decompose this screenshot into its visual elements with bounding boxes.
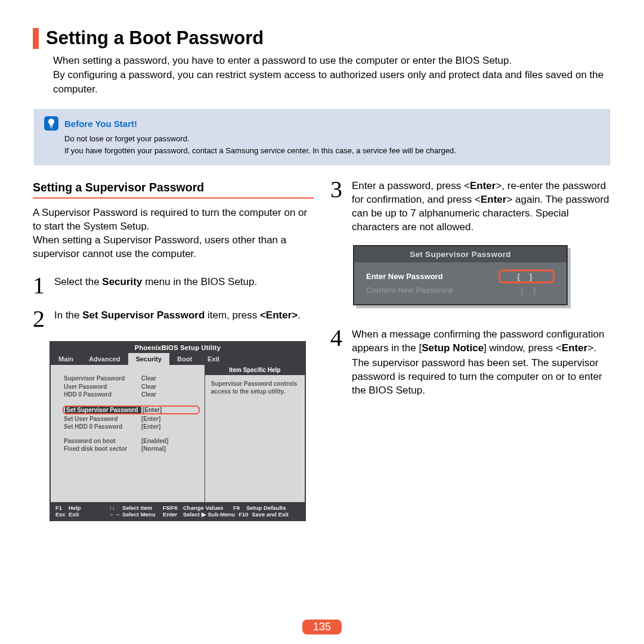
callout-title: Before You Start! [64, 119, 137, 129]
bios-row: Fixed disk boot sector[Normal] [64, 445, 199, 453]
bios-screenshot: PhoenixBIOS Setup Utility Main Advanced … [49, 341, 306, 521]
bios-tab-exit: Exit [200, 353, 227, 365]
bios-tab-advanced: Advanced [81, 353, 128, 365]
password-dialog-title: Set Supervisor Password [354, 246, 566, 262]
step-number: 2 [33, 308, 48, 330]
section-heading: Setting a Supervisor Password [33, 181, 314, 199]
bios-tab-main: Main [51, 353, 81, 365]
step-1: 1 Select the Security menu in the BIOS S… [33, 274, 314, 297]
bios-row: Set User Password[Enter] [64, 415, 199, 423]
lightbulb-icon [44, 116, 58, 131]
step-number: 1 [33, 274, 48, 297]
bios-row: Supervisor PasswordClear [64, 374, 199, 383]
bios-row: Password on boot[Enabled] [64, 437, 199, 445]
callout-line: Do not lose or forget your password. [64, 133, 600, 145]
callout-line: If you have forgotten your password, con… [64, 145, 600, 157]
bios-help-body: Supervisor Password controls access to t… [205, 375, 305, 400]
bios-title: PhoenixBIOS Setup Utility [51, 342, 305, 353]
password-row-confirm: Confirm New Password [ ] [366, 284, 555, 296]
bios-footer: F1Help ↑↓Select Item F5/F6Change Values … [51, 502, 305, 520]
bios-help-title: Item Specific Help [205, 365, 305, 375]
step-3: 3 Enter a password, press <Enter>, re-en… [330, 178, 611, 234]
before-you-start-callout: Before You Start! Do not lose or forget … [34, 109, 610, 165]
step-number: 4 [330, 327, 346, 398]
bios-row: Set HDD 0 Password[Enter] [64, 423, 199, 431]
step-4: 4 When a message confirming the password… [330, 327, 611, 398]
password-dialog: Set Supervisor Password Enter New Passwo… [353, 245, 568, 305]
step-2: 2 In the Set Supervisor Password item, p… [33, 308, 314, 330]
step-number: 3 [330, 178, 346, 234]
bios-tab-boot: Boot [169, 353, 200, 365]
bios-row: HDD 0 PasswordClear [64, 391, 199, 399]
accent-bar [33, 28, 39, 49]
intro-text: When setting a password, you have to ent… [53, 54, 611, 96]
section-intro: A Supervisor Password is required to tur… [33, 206, 314, 261]
bios-row: User PasswordClear [64, 383, 199, 391]
page-number: 135 [302, 620, 342, 634]
bios-row-highlighted: Set Supervisor Password[Enter] [63, 405, 200, 414]
bios-tab-security: Security [128, 353, 169, 365]
page-title: Setting a Boot Password [46, 27, 264, 49]
password-row-enter: Enter New Password [ ] [366, 268, 555, 284]
